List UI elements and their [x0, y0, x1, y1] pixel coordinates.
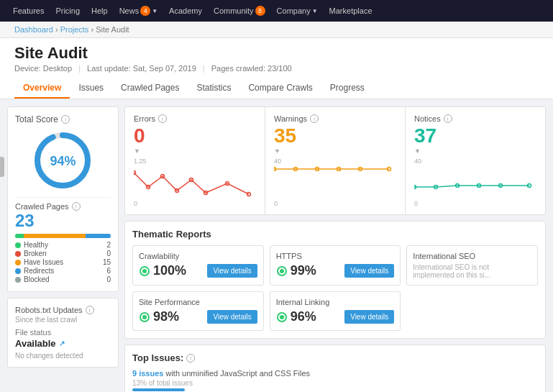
page-meta: Device: Desktop | Last update: Sat, Sep … [14, 64, 539, 73]
notices-chart: 40 0 [414, 158, 536, 207]
robots-link-icon[interactable]: ↗ [59, 339, 65, 347]
last-update: Last update: Sat, Sep 07, 2019 [87, 64, 196, 73]
https-name: HTTPS [276, 252, 395, 260]
crawlability-name: Crawlability [139, 252, 257, 260]
warnings-info-icon[interactable]: i [310, 114, 319, 123]
top-issues-info-icon[interactable]: i [186, 354, 195, 363]
svg-point-25 [280, 269, 284, 273]
thematic-reports-section: Thematic Reports Crawlability 100% View … [124, 221, 546, 339]
score-info-icon[interactable]: i [61, 115, 70, 124]
tab-overview[interactable]: Overview [14, 78, 70, 99]
robots-status: Available ↗ [15, 338, 111, 349]
notices-line-chart [414, 165, 536, 198]
top-issues-title: Top Issues: [132, 352, 183, 363]
notices-label: Notices [414, 114, 441, 123]
device-label: Device: Desktop [14, 64, 72, 73]
notices-value: 37 [414, 124, 536, 147]
site-perf-view-details[interactable]: View details [207, 310, 257, 324]
issue-1-bar [132, 388, 185, 391]
crawlability-score: 100% [153, 263, 186, 278]
nav-pricing[interactable]: Pricing [50, 6, 86, 15]
legend-have-issues: Have Issues 15 [15, 258, 111, 266]
errors-label: Errors [134, 114, 155, 123]
nav-company[interactable]: Company ▼ [271, 6, 324, 15]
crawled-info-icon[interactable]: i [72, 202, 81, 211]
report-international-seo: International SEO International SEO is n… [406, 245, 538, 286]
internal-linking-name: Internal Linking [276, 298, 395, 306]
errors-info-icon[interactable]: i [158, 114, 167, 123]
errors-line-chart [134, 165, 256, 198]
main-content: Total Score i 94% Crawled Pages [0, 99, 553, 392]
notices-info-icon[interactable]: i [444, 114, 452, 123]
report-https: HTTPS 99% View details [270, 245, 401, 286]
robots-subtitle: Since the last crawl [15, 316, 111, 324]
issue-1-suffix: with unminified JavaScript and CSS Files [165, 369, 310, 378]
tab-progress[interactable]: Progress [321, 78, 373, 99]
robots-card: Robots.txt Updates i Since the last craw… [7, 298, 119, 368]
svg-point-27 [142, 315, 147, 319]
tab-crawled-pages[interactable]: Crawled Pages [112, 78, 188, 99]
sidebar-toggle[interactable] [0, 157, 4, 177]
score-card: Total Score i 94% Crawled Pages [7, 106, 119, 292]
top-nav: Features Pricing Help News 4 ▼ Academy C… [0, 0, 553, 22]
page-header: Site Audit Device: Desktop | Last update… [0, 38, 553, 99]
tab-issues[interactable]: Issues [70, 78, 112, 99]
svg-point-29 [280, 315, 284, 319]
crawlability-view-details[interactable]: View details [207, 264, 257, 278]
tab-statistics[interactable]: Statistics [188, 78, 239, 99]
crawled-section: Crawled Pages i 23 Healthy [15, 197, 111, 283]
top-issues-section: Top Issues: i 9 issues with unminified J… [124, 345, 546, 392]
warnings-value: 35 [274, 124, 396, 147]
nav-help[interactable]: Help [86, 6, 114, 15]
nav-community[interactable]: Community 8 [208, 6, 271, 16]
site-perf-name: Site Performance [139, 298, 257, 306]
crawlability-circle-icon [139, 265, 150, 277]
crawled-number: 23 [15, 211, 111, 231]
issue-1-pct: 13% of total issues [132, 379, 538, 387]
report-site-performance: Site Performance 98% View details [132, 291, 264, 331]
notices-metric: Notices i 37 ▼ 40 [406, 107, 545, 214]
site-perf-score: 98% [153, 309, 179, 324]
page-title: Site Audit [14, 44, 539, 63]
warnings-metric: Warnings i 35 ▼ 40 [265, 107, 406, 214]
score-value: 94% [50, 153, 76, 168]
https-circle-icon [276, 265, 288, 277]
errors-value: 0 [134, 124, 256, 147]
score-title: Total Score i [15, 114, 111, 124]
site-perf-circle-icon [139, 311, 150, 323]
robots-title: Robots.txt Updates i [15, 306, 111, 314]
news-badge: 4 [140, 6, 150, 16]
score-circle-container: 94% [15, 130, 111, 191]
nav-marketplace[interactable]: Marketplace [324, 6, 378, 15]
nav-academy[interactable]: Academy [163, 6, 208, 15]
errors-chart: 1.25 0 [134, 158, 256, 207]
internal-linking-view-details[interactable]: View details [344, 310, 394, 324]
internal-linking-circle-icon [276, 311, 288, 323]
robots-info-icon[interactable]: i [86, 306, 94, 314]
robots-note: No changes detected [15, 352, 111, 360]
breadcrumb-projects[interactable]: Projects [60, 25, 89, 34]
robots-file-label: File status [15, 328, 111, 337]
community-badge: 8 [255, 6, 265, 16]
warnings-line-chart [274, 165, 396, 198]
warnings-chart: 40 0 [274, 158, 396, 207]
pages-crawled: Pages crawled: 23/100 [211, 64, 292, 73]
issue-1-prefix: 9 issues [132, 369, 163, 378]
svg-point-23 [142, 269, 147, 273]
tabs: Overview Issues Crawled Pages Statistics… [14, 78, 539, 99]
intl-seo-note: International SEO is not implemented on … [413, 263, 531, 279]
https-view-details[interactable]: View details [344, 264, 394, 278]
metrics-row: Errors i 0 ▼ 1.25 [124, 106, 546, 215]
nav-features[interactable]: Features [7, 6, 50, 15]
https-score: 99% [291, 263, 316, 278]
legend-healthy: Healthy 2 [15, 241, 111, 249]
crawled-title: Crawled Pages [15, 202, 69, 211]
internal-linking-score: 96% [291, 309, 316, 324]
nav-news[interactable]: News 4 ▼ [114, 6, 163, 16]
breadcrumb: Dashboard › Projects › Site Audit [0, 22, 553, 38]
breadcrumb-dashboard[interactable]: Dashboard [14, 25, 53, 34]
intl-seo-name: International SEO [413, 252, 531, 260]
legend-broken: Broken 0 [15, 250, 111, 257]
tab-compare-crawls[interactable]: Compare Crawls [239, 78, 321, 99]
right-panel: Errors i 0 ▼ 1.25 [124, 106, 546, 392]
